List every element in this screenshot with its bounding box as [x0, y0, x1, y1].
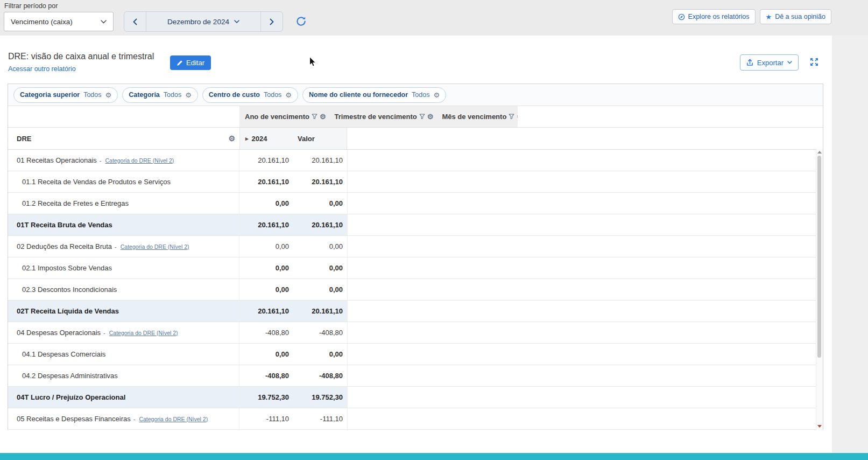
cell-year-2024: 0,00: [239, 344, 293, 365]
filter-chip-categoria[interactable]: Categoria Todos ⚙: [122, 87, 198, 103]
expand-icon: [809, 59, 819, 68]
vertical-scrollbar[interactable]: [816, 149, 823, 430]
cell-year-2024: 0,00: [239, 236, 293, 257]
row-label: 02.3 Descontos Incondicionais: [8, 279, 239, 300]
scrollbar-thumb[interactable]: [817, 156, 821, 358]
row-filler: [347, 301, 823, 322]
period-type-value: Vencimento (caixa): [11, 18, 73, 26]
chip-label: Nome do cliente ou fornecedor: [309, 91, 408, 99]
dre-table-body: 01 Receitas Operacionais-Categoria do DR…: [8, 150, 823, 430]
row-label: 01.2 Receita de Fretes e Entregas: [8, 193, 239, 214]
cell-year-2024: 0,00: [239, 257, 293, 278]
table-row: 01T Receita Bruta de Vendas20.161,1020.1…: [8, 214, 823, 236]
cell-year-2024: 0,00: [239, 279, 293, 300]
period-select[interactable]: Dezembro de 2024: [146, 12, 260, 31]
cell-valor: 0,00: [293, 236, 347, 257]
gear-icon[interactable]: ⚙: [228, 135, 235, 142]
export-button-label: Exportar: [757, 59, 784, 67]
cell-year-2024: 20.161,10: [239, 301, 293, 322]
filter-chip-cliente-fornecedor[interactable]: Nome do cliente ou fornecedor Todos ⚙: [302, 87, 446, 103]
collapse-year-icon[interactable]: ▸: [245, 135, 249, 142]
table-row: 04.2 Despesas Administrativas-408,80-408…: [8, 365, 823, 387]
pivot-col-ano-de-vencimento[interactable]: Ano de vencimento ⚙: [245, 113, 326, 121]
scroll-up-arrow-icon[interactable]: [817, 151, 822, 154]
row-filler: [347, 236, 823, 257]
table-row: 02.3 Descontos Incondicionais0,000,00: [8, 279, 823, 301]
valor-column-header: Valor: [293, 128, 347, 149]
gear-icon[interactable]: ⚙: [320, 113, 326, 120]
filter-funnel-icon[interactable]: [509, 114, 514, 120]
pivot-columns-band: Ano de vencimento ⚙ Trimestre de vencime…: [239, 106, 518, 127]
period-value: Dezembro de 2024: [167, 18, 229, 26]
cell-valor: 20.161,10: [293, 150, 347, 171]
explore-reports-button[interactable]: Explore os relatórios: [672, 9, 756, 24]
fullscreen-button[interactable]: [809, 57, 820, 68]
row-filler: [347, 408, 823, 429]
export-button[interactable]: Exportar: [740, 54, 799, 71]
header-filler: [347, 128, 823, 149]
gear-icon[interactable]: ⚙: [433, 92, 440, 99]
chip-value: Todos: [264, 91, 281, 99]
row-filler: [347, 257, 823, 278]
cell-valor: 0,00: [293, 279, 347, 300]
scroll-down-arrow-icon[interactable]: [817, 425, 822, 428]
cell-valor: 20.161,10: [293, 171, 347, 192]
edit-button[interactable]: Editar: [170, 55, 211, 70]
category-level-link[interactable]: Categoria do DRE (Nível 2): [121, 243, 189, 250]
chip-label: Categoria: [129, 91, 160, 99]
dre-column-header: DRE ⚙: [8, 128, 239, 149]
table-row: 02T Receita Líquida de Vendas20.161,1020…: [8, 301, 823, 322]
other-report-link[interactable]: Acessar outro relatório: [8, 65, 76, 73]
row-label: 05 Receitas e Despesas Financeiras-Categ…: [8, 408, 239, 429]
refresh-button[interactable]: [295, 16, 307, 27]
bottom-teal-bar: [0, 453, 868, 460]
filter-chip-centro-de-custo[interactable]: Centro de custo Todos ⚙: [202, 87, 298, 103]
label-dash: -: [115, 243, 117, 250]
topbar-actions: Explore os relatórios ★ Dê a sua opinião: [672, 9, 831, 24]
explore-icon: [678, 13, 685, 20]
report-card: Categoria superior Todos ⚙ Categoria Tod…: [8, 83, 823, 430]
filter-funnel-icon[interactable]: [419, 114, 425, 120]
year-header-label: 2024: [252, 135, 267, 143]
cell-valor: 20.161,10: [293, 301, 347, 322]
prev-period-button[interactable]: [124, 12, 146, 31]
pencil-icon: [177, 60, 183, 66]
feedback-button[interactable]: ★ Dê a sua opinião: [760, 9, 831, 24]
cell-year-2024: 19.752,30: [239, 387, 293, 408]
cell-valor: 0,00: [293, 257, 347, 278]
row-label: 04T Lucro / Prejuízo Operacional: [8, 387, 239, 408]
cell-year-2024: -408,80: [239, 322, 293, 343]
gear-icon[interactable]: ⚙: [427, 113, 434, 120]
cell-valor: -111,10: [293, 408, 347, 429]
cell-year-2024: 20.161,10: [239, 150, 293, 171]
pivot-col-mes-de-vencimento[interactable]: Mês de vencimento ⚙: [442, 113, 518, 121]
gear-icon[interactable]: ⚙: [185, 92, 192, 99]
mouse-cursor: [309, 56, 317, 68]
table-row: 01.1 Receita de Vendas de Produtos e Ser…: [8, 171, 823, 193]
gear-icon[interactable]: ⚙: [285, 92, 292, 99]
row-label: 01T Receita Bruta de Vendas: [8, 214, 239, 235]
cell-year-2024: -408,80: [239, 365, 293, 386]
pivot-col-trimestre-de-vencimento[interactable]: Trimestre de vencimento ⚙: [335, 113, 434, 121]
gear-icon[interactable]: ⚙: [517, 113, 518, 120]
table-row: 04.1 Despesas Comerciais0,000,00: [8, 344, 823, 365]
explore-reports-label: Explore os relatórios: [688, 13, 750, 20]
filter-chip-categoria-superior[interactable]: Categoria superior Todos ⚙: [13, 87, 118, 103]
gear-icon[interactable]: ⚙: [105, 92, 112, 99]
category-level-link[interactable]: Categoria do DRE (Nível 2): [105, 157, 174, 164]
period-navigator: Dezembro de 2024: [124, 11, 283, 32]
category-level-link[interactable]: Categoria do DRE (Nível 2): [109, 330, 178, 336]
dre-header-label: DRE: [17, 135, 31, 143]
row-label: 01.1 Receita de Vendas de Produtos e Ser…: [8, 171, 239, 192]
next-period-button[interactable]: [260, 12, 283, 31]
cell-valor: -408,80: [293, 365, 347, 386]
period-type-select[interactable]: Vencimento (caixa): [4, 12, 114, 31]
feedback-label: Dê a sua opinião: [775, 13, 825, 20]
row-label: 01 Receitas Operacionais-Categoria do DR…: [8, 150, 239, 171]
row-filler: [347, 150, 823, 171]
filter-funnel-icon[interactable]: [312, 114, 317, 120]
row-filler: [347, 365, 823, 386]
page-right-gutter: [832, 0, 868, 460]
cell-year-2024: 0,00: [239, 193, 293, 214]
category-level-link[interactable]: Categoria do DRE (Nível 2): [139, 416, 208, 422]
